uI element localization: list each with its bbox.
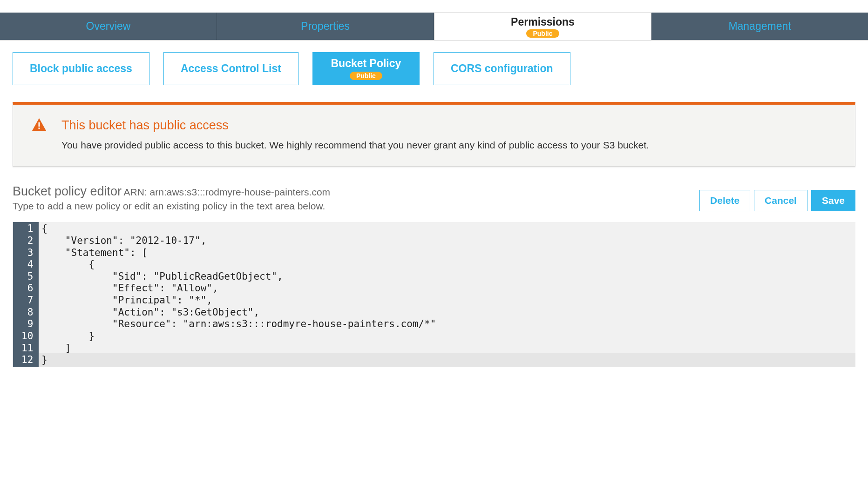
svg-rect-1	[39, 128, 40, 129]
subtab-bucket-policy[interactable]: Bucket Policy Public	[312, 52, 420, 85]
policy-editor[interactable]: 123456789101112 { "Version": "2012-10-17…	[13, 222, 855, 367]
line-number-gutter: 123456789101112	[13, 222, 39, 367]
editor-arn-label: ARN:	[124, 187, 150, 197]
tab-management[interactable]: Management	[651, 13, 868, 40]
delete-button[interactable]: Delete	[699, 190, 750, 211]
public-access-warning: This bucket has public access You have p…	[13, 102, 855, 167]
save-button[interactable]: Save	[811, 190, 855, 211]
permission-subtabs: Block public access Access Control List …	[13, 52, 855, 85]
editor-title-block: Bucket policy editor ARN: arn:aws:s3:::r…	[13, 184, 330, 212]
warning-title: This bucket has public access	[61, 118, 229, 133]
policy-textarea[interactable]: { "Version": "2012-10-17", "Statement": …	[39, 222, 855, 367]
subtab-access-control-list[interactable]: Access Control List	[163, 52, 298, 85]
main-tabs: Overview Properties Permissions Public M…	[0, 13, 868, 40]
editor-title: Bucket policy editor	[13, 184, 122, 198]
tab-overview[interactable]: Overview	[0, 13, 217, 40]
cancel-button[interactable]: Cancel	[754, 190, 807, 211]
content-area: Block public access Access Control List …	[0, 40, 868, 367]
tab-permissions-label: Permissions	[511, 16, 575, 28]
editor-buttons: Delete Cancel Save	[699, 190, 855, 211]
subtab-cors-configuration[interactable]: CORS configuration	[434, 52, 570, 85]
tab-properties[interactable]: Properties	[217, 13, 434, 40]
editor-header: Bucket policy editor ARN: arn:aws:s3:::r…	[13, 184, 855, 212]
warning-icon	[31, 117, 47, 134]
public-badge: Public	[350, 72, 382, 80]
public-badge: Public	[526, 29, 559, 38]
tab-permissions[interactable]: Permissions Public	[434, 13, 651, 40]
editor-subtitle: Type to add a new policy or edit an exis…	[13, 201, 330, 212]
svg-rect-0	[39, 122, 40, 127]
subtab-bucket-policy-label: Bucket Policy	[331, 57, 401, 70]
warning-header: This bucket has public access	[31, 117, 837, 134]
warning-body: You have provided public access to this …	[61, 138, 837, 152]
editor-arn-value: arn:aws:s3:::rodmyre-house-painters.com	[150, 187, 331, 197]
subtab-block-public-access[interactable]: Block public access	[13, 52, 149, 85]
